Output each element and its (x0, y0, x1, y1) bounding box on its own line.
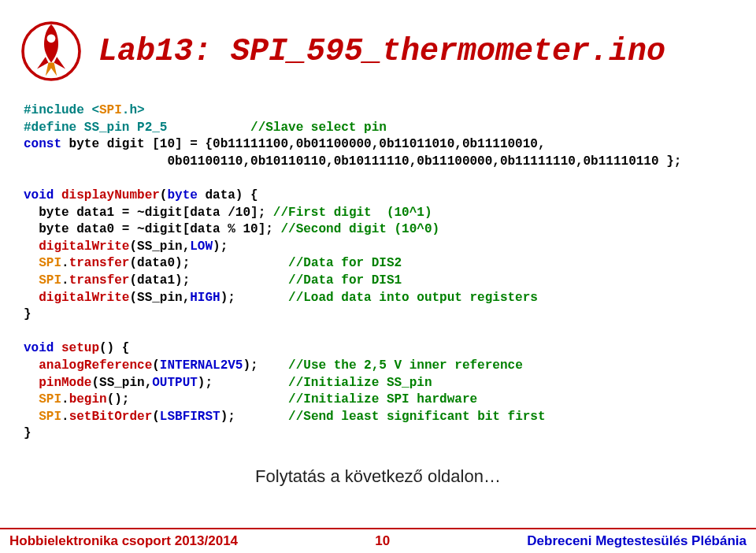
code-token: SPI (24, 273, 61, 288)
code-token: data) { (198, 188, 258, 202)
code-token: (data1); (129, 273, 288, 288)
code-block: #include <SPI.h> #define SS_pin P2_5 //S… (0, 95, 756, 443)
slide-title: Lab13: SPI_595_thermometer.ino (98, 34, 665, 69)
code-comment: //Initialize SPI hardware (288, 392, 477, 406)
code-token: . (61, 392, 69, 406)
code-token: setup (54, 341, 99, 355)
code-comment: //First digit (10^1) (273, 206, 432, 220)
code-token: ); (220, 410, 288, 424)
code-token: (SS_pin, (91, 376, 152, 390)
code-token: (); (107, 392, 288, 406)
code-comment: //Send least significant bit first (288, 410, 545, 424)
code-token: transfer (69, 256, 130, 270)
code-token: } (24, 307, 32, 321)
code-comment: //Use the 2,5 V inner reference (288, 358, 523, 373)
code-token: ); (220, 291, 288, 305)
code-token: . (61, 256, 69, 270)
code-token: ( (152, 358, 160, 373)
code-token: } (24, 426, 32, 440)
code-token: . (61, 410, 69, 424)
code-token: begin (69, 392, 107, 406)
code-token: ); (213, 239, 228, 254)
slide-header: Lab13: SPI_595_thermometer.ino (0, 0, 756, 95)
code-token: 0b01100110,0b10110110,0b10111110,0b11100… (24, 154, 681, 169)
code-token: ( (160, 188, 168, 202)
code-token: pinMode (24, 376, 91, 390)
code-token: byte data1 = ~digit[data /10]; (24, 206, 273, 220)
code-token: () { (99, 341, 129, 355)
code-token: SPI (99, 103, 122, 117)
code-comment: //Data for DIS2 (288, 256, 402, 270)
code-token: const (24, 137, 61, 151)
code-token: analogReference (24, 358, 152, 373)
code-token: SPI (24, 392, 61, 406)
code-token: HIGH (190, 291, 220, 305)
code-token: digitalWrite (24, 291, 129, 305)
code-token: .h> (122, 103, 145, 117)
code-token: (data0); (129, 256, 288, 270)
code-token: byte (167, 188, 197, 202)
slide-footer: Hobbielektronika csoport 2013/2014 10 De… (0, 528, 756, 553)
code-comment: //Initialize SS_pin (288, 376, 432, 390)
code-comment: //Load data into output registers (288, 291, 538, 305)
code-token: ); (243, 358, 288, 373)
code-comment: //Data for DIS1 (288, 273, 402, 288)
code-token: digitalWrite (24, 239, 129, 254)
code-token: LSBFIRST (160, 410, 220, 424)
code-token: . (61, 273, 69, 288)
code-token: SPI (24, 256, 61, 270)
code-token: (SS_pin, (129, 239, 190, 254)
code-token: #define SS_pin P2_5 (24, 121, 250, 135)
svg-point-1 (47, 34, 56, 43)
footer-right: Debreceni Megtestesülés Plébánia (527, 533, 747, 549)
footer-left: Hobbielektronika csoport 2013/2014 (9, 533, 238, 549)
code-token: ( (152, 410, 160, 424)
code-token: displayNumber (54, 188, 159, 202)
continue-text: Folytatás a következő oldalon… (0, 466, 756, 487)
code-token: void (24, 188, 54, 202)
code-token: INTERNAL2V5 (160, 358, 243, 373)
code-token: LOW (190, 239, 213, 254)
code-token: transfer (69, 273, 130, 288)
code-token: void (24, 341, 54, 355)
code-comment: //Second digit (10^0) (273, 222, 439, 236)
code-token: byte digit [10] = {0b11111100,0b01100000… (61, 137, 546, 151)
code-token: (SS_pin, (129, 291, 190, 305)
code-token: OUTPUT (152, 376, 198, 390)
code-token: SPI (24, 410, 61, 424)
rocket-icon (16, 16, 87, 87)
footer-page-number: 10 (375, 533, 390, 549)
code-token: byte data0 = ~digit[data % 10]; (24, 222, 273, 236)
code-token: #include < (24, 103, 99, 117)
code-token: setBitOrder (69, 410, 153, 424)
code-token: ); (198, 376, 288, 390)
code-comment: //Slave select pin (250, 121, 387, 135)
